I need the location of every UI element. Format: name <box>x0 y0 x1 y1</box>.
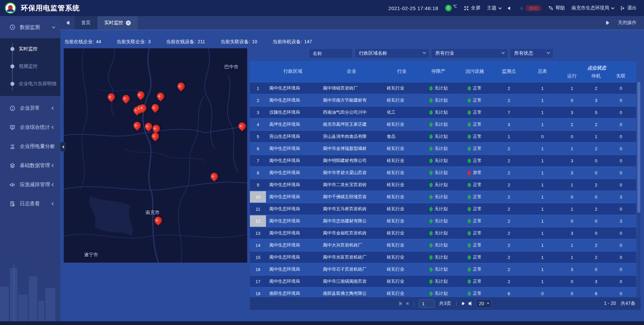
cell-monitor-count: 2 <box>493 155 525 166</box>
cell-company: 阆中市二龙长宝页岩砖 <box>320 179 383 191</box>
col-meter: 总表 <box>525 61 560 82</box>
table-row[interactable]: 14 阆中生态环境局 阆中大兴页岩机砖厂 砖瓦行业 无计划 正常 2 1 1 <box>250 239 636 251</box>
region-select[interactable]: 行政区域名称 <box>355 48 429 58</box>
cell-industry: 砖瓦行业 <box>383 191 420 203</box>
table-row[interactable]: 5 营山生态环境局 营山县润丰肉食品有限 食品 无计划 正常 1 0 0 <box>250 130 636 142</box>
notifications[interactable]: 2632 <box>519 5 542 11</box>
org-dropdown[interactable]: 南充市生态环境局 <box>572 5 613 11</box>
chart-icon <box>9 144 15 150</box>
cell-stop-status: 无计划 <box>420 215 457 227</box>
table-row[interactable]: 17 阆中生态环境局 阆中市江南镇阆南页岩 砖瓦行业 无计划 正常 2 1 0 <box>250 275 636 287</box>
cell-lost-count: 0 <box>608 83 634 94</box>
pagination-bar: | 共3页 | 20 1 - 20 共47条 <box>250 297 641 310</box>
tabs-scroll-right-button[interactable] <box>607 21 609 25</box>
cell-stop-status: 无计划 <box>420 276 457 287</box>
table-row[interactable]: 1 阆中生态环境局 阆中强锐页岩砖厂 砖瓦行业 无计划 正常 2 1 1 <box>250 82 636 94</box>
cell-industry: 砖瓦行业 <box>383 215 420 227</box>
table-row[interactable]: 13 阆中生态环境局 阆中市金福旺页岩机砖 砖瓦行业 无计划 正常 2 1 3 <box>250 227 636 239</box>
cell-company: 阆中市江南镇阆南页岩 <box>320 276 383 287</box>
city-label: 巴中市 <box>224 64 238 70</box>
row-number: 6 <box>250 143 266 154</box>
sidebar-item-data-monitoring[interactable]: 数据监测 <box>0 16 60 38</box>
sidebar-item-log-view[interactable]: 日志查看 <box>0 194 60 213</box>
datetime: 2021-02-25 17:46:18 <box>388 5 438 11</box>
tab[interactable]: 实时监控 × <box>98 16 138 30</box>
cell-meter-count: 1 <box>525 107 560 118</box>
help-button[interactable]: 帮助 <box>548 5 565 11</box>
table-row[interactable]: 6 阆中生态环境局 阆中市金博瑞新型墙材 砖瓦行业 无计划 正常 2 1 1 <box>250 142 636 154</box>
chevron-down-icon <box>487 302 489 304</box>
cell-meter-count: 1 <box>525 191 560 203</box>
temperature-badge: 0 <box>445 5 452 11</box>
double-left-arrow-icon <box>66 21 68 25</box>
cell-facility-status: 正常 <box>457 252 493 263</box>
sidebar-subitem[interactable]: 视频监控 <box>0 58 60 75</box>
cell-run-count: 1 <box>560 252 584 263</box>
cell-industry: 砖瓦行业 <box>383 119 420 130</box>
fullscreen-button[interactable]: 全屏 <box>464 5 480 11</box>
table-row[interactable]: 7 阆中生态环境局 阆中明阳建材有限公司 砖瓦行业 无计划 正常 2 1 3 <box>250 154 636 166</box>
name-search-input[interactable] <box>309 48 353 58</box>
sidebar-item-enterprise-statistics[interactable]: 企业综合统计 <box>0 118 60 137</box>
next-page-button[interactable] <box>462 302 464 305</box>
cell-stop-status: 无计划 <box>420 252 457 263</box>
cell-monitor-count: 1 <box>493 131 525 142</box>
table-row[interactable]: 12 阆中生态环境局 阆中市忠信建材有限公 砖瓦行业 无计划 正常 2 1 0 <box>250 215 636 227</box>
cell-meter-count: 1 <box>525 227 560 239</box>
logout-button[interactable]: 退出 <box>620 5 637 11</box>
sidebar-item-base-data[interactable]: 基础数据管理 <box>0 156 60 175</box>
sidebar-item-emergency-reduction[interactable]: 应急减排管理 <box>0 175 60 194</box>
sidebar-item-power-analysis[interactable]: 企业用电量分析 <box>0 137 60 156</box>
first-page-button[interactable] <box>399 302 402 306</box>
cell-monitor-count: 7 <box>493 107 525 118</box>
cell-company: 阆中市金博瑞新型墙材 <box>320 143 383 154</box>
table-row[interactable]: 2 阆中生态环境局 阆中市南方节能建材有 砖瓦行业 无计划 正常 2 1 0 <box>250 94 636 106</box>
sidebar-item-enterprise-abnormal[interactable]: 企业异常 <box>0 99 60 118</box>
cell-stopped-count: 2 <box>584 239 608 251</box>
cell-company: 阆中强锐页岩砖厂 <box>320 83 383 94</box>
close-all-tabs-button[interactable]: 关闭操作 <box>618 20 637 26</box>
table-row[interactable]: 11 阆中生态环境局 阆中市五马桥页岩机砖 砖瓦行业 无计划 正常 2 1 1 <box>250 203 636 215</box>
page-size-select[interactable]: 20 <box>476 299 492 308</box>
page-number-input[interactable] <box>419 300 434 308</box>
table-row[interactable]: 16 阆中生态环境局 阆中市石子页岩机砖厂 砖瓦行业 无计划 正常 2 1 3 <box>250 263 636 275</box>
prev-page-button[interactable] <box>407 302 409 305</box>
cell-run-count: 3 <box>560 264 584 275</box>
table-row[interactable]: 10 阆中生态环境局 阆中千佛镇五郎垭页岩 砖瓦行业 无计划 正常 2 1 0 <box>250 191 636 203</box>
sidebar-subitem[interactable]: 企业电力负荷明细 <box>0 75 60 93</box>
scrollbar-thumb[interactable] <box>637 82 640 213</box>
row-number: 10 <box>250 191 266 203</box>
fullscreen-icon <box>464 6 469 11</box>
table-row[interactable]: 3 仪陇生态环境局 西南油气田分公司川中 化工 无计划 正常 7 1 3 <box>250 106 636 118</box>
industry-select[interactable]: 所有行业 <box>431 48 508 58</box>
table-row[interactable]: 4 高坪生态环境局 南充市高坪区王家店建 砖瓦行业 无计划 正常 3 1 2 <box>250 118 636 130</box>
row-number: 4 <box>250 119 266 130</box>
last-page-button[interactable] <box>469 302 471 306</box>
table-row[interactable]: 9 阆中生态环境局 阆中市二龙长宝页岩砖 砖瓦行业 无计划 正常 2 1 1 <box>250 178 636 191</box>
sidebar-collapse-toggle[interactable] <box>60 142 66 151</box>
theme-dropdown[interactable]: 主题 <box>487 5 501 11</box>
table-row[interactable]: 18 南部生态环境局 南部县双佛土陶有限公 砖瓦行业 无计划 正常 6 0 0 <box>250 287 636 297</box>
cell-lost-count: 0 <box>608 264 634 275</box>
sidebar: 数据监测 实时监控 视频监控 企业电力负荷明细 企业异常 <box>0 16 60 325</box>
cell-meter-count: 1 <box>525 143 560 154</box>
map-canvas[interactable]: 巴中市 南充市 遂宁市 <box>64 48 247 263</box>
col-monitor: 监测点 <box>493 61 525 82</box>
cell-region: 阆中生态环境局 <box>266 179 320 191</box>
table-row[interactable]: 15 阆中生态环境局 阆中市光富页岩机砖厂 砖瓦行业 无计划 正常 2 1 1 <box>250 251 636 263</box>
tabs-scroll-left-button[interactable] <box>60 16 74 30</box>
table-row[interactable]: 8 阆中生态环境局 阆中市枣碧大梁山页岩 砖瓦行业 无计划 异常 2 1 3 <box>250 166 636 178</box>
close-icon[interactable]: × <box>126 20 131 25</box>
cell-facility-status: 正常 <box>457 119 493 130</box>
sidebar-subitem[interactable]: 实时监控 <box>0 40 60 58</box>
cell-lost-count: 0 <box>608 239 634 251</box>
tab[interactable]: 首页 <box>74 16 98 30</box>
cell-monitor-count: 2 <box>493 227 525 239</box>
row-number: 18 <box>250 288 266 297</box>
cell-monitor-count: 2 <box>493 252 525 263</box>
row-number: 8 <box>250 167 266 178</box>
col-stop: 停限产 <box>420 61 457 82</box>
status-select[interactable]: 所有状态 <box>510 48 553 58</box>
cell-stopped-count: 2 <box>584 83 608 94</box>
sound-button[interactable] <box>507 6 513 11</box>
